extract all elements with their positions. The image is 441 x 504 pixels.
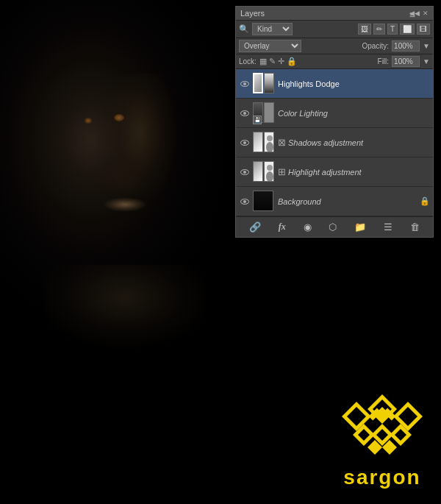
filter-shape-btn[interactable]: ⬜	[400, 24, 415, 35]
fill-dropdown[interactable]: ▼	[423, 57, 430, 65]
fx-btn[interactable]: fx	[276, 220, 289, 234]
panel-close-icon[interactable]: ✕	[423, 10, 429, 17]
filter-smart-btn[interactable]: 🎞	[417, 24, 430, 35]
layer-name-background: Background	[278, 197, 420, 206]
sargon-logo: sargon	[338, 391, 426, 489]
thumb-background	[253, 191, 275, 213]
eye-icon-highlights-dodge[interactable]	[239, 78, 251, 90]
thumb-color-lighting: 💾	[253, 102, 275, 124]
layers-panel: Layers ◀◀ ✕ ≡ 🔍 Kind 🖼 ✏ T ⬜ 🎞 Overlay N…	[235, 6, 434, 238]
layer-row-color-lighting[interactable]: 💾Color Lighting	[236, 99, 433, 128]
search-icon: 🔍	[239, 24, 249, 34]
adj-icon-shadows-adjustment: ⊠	[278, 137, 286, 148]
eye-icon-shadows-adjustment[interactable]	[239, 137, 251, 149]
sargon-icon	[338, 391, 426, 464]
opacity-input[interactable]	[392, 40, 420, 52]
layer-name-shadows-adjustment: Shadows adjustment	[288, 138, 430, 147]
filter-row: 🔍 Kind 🖼 ✏ T ⬜ 🎞	[236, 21, 433, 38]
lock-badge-background: 🔒	[420, 196, 430, 206]
eye-icon-background[interactable]	[239, 196, 251, 207]
opacity-dropdown[interactable]: ▼	[423, 42, 430, 50]
gorilla-body	[44, 265, 206, 375]
filter-adjust-btn[interactable]: ✏	[373, 24, 385, 35]
filter-pixel-btn[interactable]: 🖼	[358, 24, 371, 35]
fill-input[interactable]	[392, 56, 420, 67]
layer-name-color-lighting: Color Lighting	[278, 109, 430, 118]
blend-mode-select[interactable]: Overlay Normal Multiply Screen	[239, 40, 301, 52]
panel-title: Layers	[240, 9, 265, 18]
delete-layer-btn[interactable]: 🗑	[407, 220, 423, 234]
layer-row-background[interactable]: Background🔒	[236, 187, 433, 216]
eye-icon-highlight-adjustment[interactable]	[239, 166, 251, 178]
filter-icons: 🖼 ✏ T ⬜ 🎞	[358, 24, 430, 35]
filter-text-btn[interactable]: T	[387, 24, 398, 35]
gorilla-nose	[96, 155, 147, 199]
fill-label: Fill:	[378, 57, 390, 65]
new-layer-btn[interactable]: ☰	[381, 220, 395, 234]
lock-row: Lock: ▦ ✎ ✛ 🔒 Fill: ▼	[236, 54, 433, 69]
lock-all-btn[interactable]: 🔒	[287, 57, 297, 66]
adjustment-btn[interactable]: ⬡	[326, 220, 340, 234]
layer-name-highlights-dodge: Highlights Dodge	[278, 79, 430, 88]
blend-row: Overlay Normal Multiply Screen Opacity: …	[236, 38, 433, 54]
panel-menu-icon[interactable]: ≡	[409, 9, 415, 21]
lock-draw-btn[interactable]: ✎	[269, 57, 276, 66]
thumb-highlight-adjustment	[253, 161, 275, 183]
layer-row-highlights-dodge[interactable]: Highlights Dodge	[236, 69, 433, 99]
adj-icon-highlight-adjustment: ⊞	[278, 166, 286, 177]
add-mask-btn[interactable]: ◉	[301, 220, 315, 234]
thumb-highlights-dodge	[253, 73, 275, 95]
thumb-shadows-adjustment	[253, 132, 275, 154]
new-group-btn[interactable]: 📁	[351, 220, 369, 234]
lock-label: Lock:	[239, 57, 257, 65]
layers-toolbar: 🔗 fx ◉ ⬡ 📁 ☰ 🗑	[236, 216, 433, 237]
layer-row-highlight-adjustment[interactable]: ⊞Highlight adjustment	[236, 157, 433, 187]
kind-select[interactable]: Kind	[252, 23, 293, 35]
lock-icons: ▦ ✎ ✛ 🔒	[259, 57, 297, 66]
opacity-label: Opacity:	[362, 42, 389, 50]
sargon-text: sargon	[343, 466, 420, 489]
eye-icon-color-lighting[interactable]	[239, 107, 251, 119]
lock-pixels-btn[interactable]: ▦	[259, 57, 267, 66]
panel-header: Layers ◀◀ ✕ ≡	[236, 7, 433, 21]
layers-list: Highlights Dodge💾Color Lighting⊠Shadows …	[236, 69, 433, 216]
gorilla-mouth	[103, 197, 147, 212]
lock-position-btn[interactable]: ✛	[278, 57, 284, 66]
layer-row-shadows-adjustment[interactable]: ⊠Shadows adjustment	[236, 128, 433, 157]
link-layers-btn[interactable]: 🔗	[246, 220, 264, 234]
layer-name-highlight-adjustment: Highlight adjustment	[288, 168, 430, 177]
